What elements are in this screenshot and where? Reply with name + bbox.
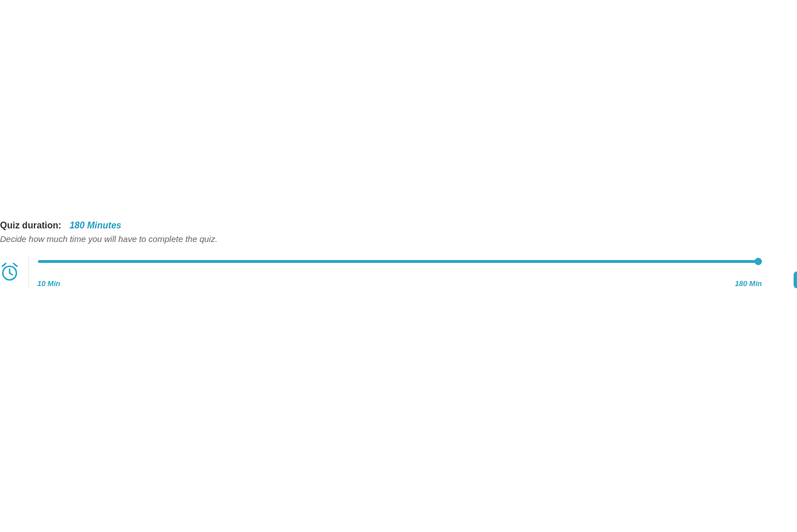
duration-slider-block: 10 Min 180 Min <box>0 254 797 288</box>
duration-slider-handle[interactable] <box>755 258 762 265</box>
quiz-duration-section: Quiz duration: 180 Minutes Decide how mu… <box>0 220 797 244</box>
quiz-duration-value: 180 Minutes <box>70 220 122 230</box>
duration-slider-min-label: 10 Min <box>37 279 60 288</box>
slider-tooltip-edge <box>794 271 797 288</box>
alarm-clock-icon <box>0 262 19 282</box>
quiz-duration-label: Quiz duration: <box>0 220 61 230</box>
svg-line-4 <box>14 263 17 266</box>
slider-divider <box>28 256 29 287</box>
svg-line-3 <box>2 263 6 266</box>
duration-slider-max-label: 180 Min <box>735 279 762 288</box>
quiz-duration-subtext: Decide how much time you will have to co… <box>0 234 797 244</box>
quiz-duration-header: Quiz duration: 180 Minutes <box>0 220 797 232</box>
duration-slider-track[interactable] <box>38 260 759 263</box>
svg-line-2 <box>10 273 12 275</box>
